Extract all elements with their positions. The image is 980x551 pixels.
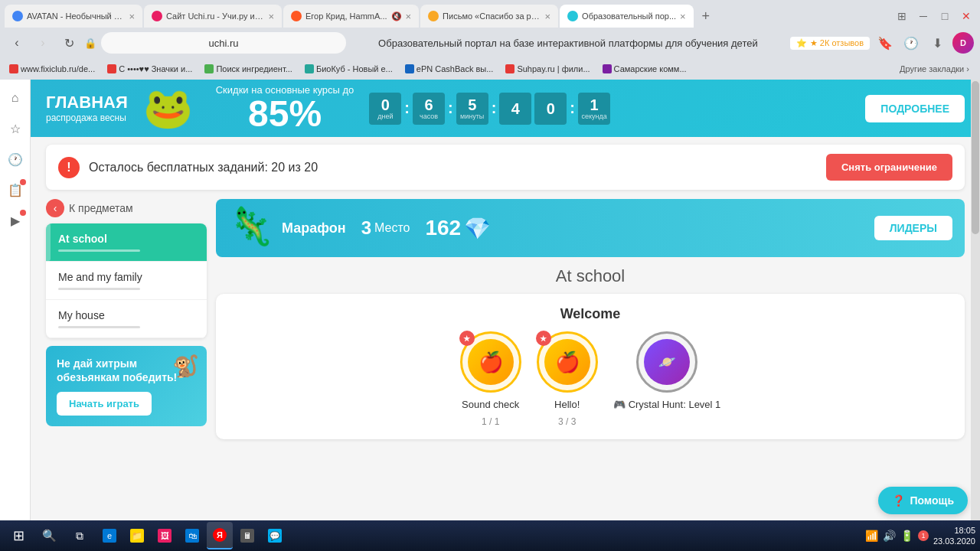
page-scrollbar[interactable] <box>971 80 980 520</box>
more-bookmarks-button[interactable]: Другие закладки › <box>895 63 974 75</box>
bookmark-epn[interactable]: ePN CashBack вы... <box>402 63 497 75</box>
remove-restriction-button[interactable]: Снять ограничение <box>826 154 952 181</box>
sidebar-history-icon[interactable]: 🕐 <box>3 147 28 171</box>
bookmark-button[interactable]: 🔖 <box>874 32 896 54</box>
taskbar-app-calc[interactable]: 🖩 <box>234 522 260 549</box>
sidebar-home-icon[interactable]: ⌂ <box>3 86 28 110</box>
bookmark-biokub[interactable]: БиоКуб - Новый е... <box>302 63 396 75</box>
welcome-card: Welcome 🍎 ★ Sound check 1 / 1 <box>216 294 965 439</box>
biokub-label: БиоКуб - Новый е... <box>316 64 393 73</box>
taskbar-app-store[interactable]: 🛍 <box>179 522 205 549</box>
lesson-progress-sound-check: 1 / 1 <box>482 416 499 427</box>
taskbar-app-skype[interactable]: 💬 <box>262 522 288 549</box>
page-title: Образовательный портал на базе интеракти… <box>351 37 786 49</box>
maximize-button[interactable]: □ <box>936 7 954 25</box>
reviews-badge[interactable]: ⭐ ★ 2К отзывов <box>790 37 870 50</box>
forward-navigation-button[interactable]: › <box>32 32 54 54</box>
tab-3[interactable]: Егор Крид, HammA... 🔇 × <box>283 5 419 28</box>
main-content-area: ! Осталось бесплатных заданий: 20 из 20 … <box>31 137 980 447</box>
taskbar-app-photos[interactable]: 🖼 <box>152 522 178 549</box>
taskbar-app-explorer[interactable]: 📁 <box>124 522 150 549</box>
taskbar-search-button[interactable]: 🔍 <box>35 522 63 549</box>
tray-wifi-icon[interactable]: 📶 <box>865 530 878 542</box>
tab-close-3[interactable]: × <box>406 11 412 22</box>
download-button[interactable]: ⬇ <box>926 32 948 54</box>
new-tab-button[interactable]: + <box>695 5 717 27</box>
lesson-item-crystal-hunt[interactable]: 🪐 🎮 Crystal Hunt: Level 1 <box>613 331 721 427</box>
tab-close-2[interactable]: × <box>268 11 274 22</box>
tab-label-5: Образовательный пор... <box>582 11 676 21</box>
leaders-button[interactable]: ЛИДЕРЫ <box>874 216 952 240</box>
tab-5[interactable]: Образовательный пор... × <box>560 5 694 28</box>
photos-icon: 🖼 <box>158 529 172 543</box>
left-panel: ‹ К предметам At school Me and my family <box>46 199 207 439</box>
alert-icon: ! <box>58 157 80 178</box>
bookmark-search[interactable]: Поиск ингредиент... <box>201 63 296 75</box>
scrollbar-thumb[interactable] <box>972 81 979 234</box>
help-button[interactable]: ❓ Помощь <box>878 487 968 514</box>
lesson-item-sound-check[interactable]: 🍎 ★ Sound check 1 / 1 <box>460 331 521 427</box>
mute-icon[interactable]: 🔇 <box>391 11 402 21</box>
tab-close-1[interactable]: × <box>129 11 135 22</box>
tray-battery-icon[interactable]: 🔋 <box>900 530 913 542</box>
tab-bar: AVATAN - Необычный Фо... × Сайт Uchi.ru … <box>0 0 980 28</box>
url-input[interactable] <box>101 32 346 54</box>
taskbar-taskview-button[interactable]: ⧉ <box>66 522 93 549</box>
taskbar-app-ie[interactable]: e <box>96 522 122 549</box>
media-notification-dot <box>20 210 26 216</box>
tray-notification-count[interactable]: 1 <box>918 530 929 541</box>
bookmark-c[interactable]: C ••••♥♥ Значки и... <box>104 63 195 75</box>
alert-bar: ! Осталось бесплатных заданий: 20 из 20 … <box>46 145 965 190</box>
ie-icon: e <box>103 529 116 543</box>
marathon-score-value: 162 <box>425 216 461 240</box>
tab-label-1: AVATAN - Необычный Фо... <box>27 11 125 21</box>
start-game-button[interactable]: Начать играть <box>57 392 152 416</box>
bookmark-suhpay[interactable]: Suhpay.ru | фили... <box>502 63 593 75</box>
sidebar-favorites-icon[interactable]: ☆ <box>3 116 28 141</box>
user-profile-button[interactable]: D <box>952 32 974 54</box>
lesson-name-sound-check: Sound check <box>462 399 519 410</box>
browser-chrome: AVATAN - Необычный Фо... × Сайт Uchi.ru … <box>0 0 980 551</box>
diamond-icon: 💎 <box>464 216 491 241</box>
windows-taskbar: ⊞ 🔍 ⧉ e 📁 🖼 🛍 Я <box>0 520 980 551</box>
bookmark-fixiclub[interactable]: www.fixiclub.ru/de... <box>6 63 98 75</box>
page-content: ГЛАВНАЯ распродажа весны 🐸 Скидки на осн… <box>31 80 980 520</box>
windows-start-button[interactable]: ⊞ <box>5 522 32 549</box>
bookmark-samarskie[interactable]: Самарские комм... <box>599 63 690 75</box>
tab-2[interactable]: Сайт Uchi.ru - Учи.ру инте... × <box>144 5 282 28</box>
tab-favicon-2 <box>152 11 162 21</box>
menu-item-my-house[interactable]: My house <box>46 300 207 338</box>
tab-4[interactable]: Письмо «Спасибо за рег... × <box>420 5 558 28</box>
lesson-circle-sound-check: 🍎 ★ <box>460 331 521 393</box>
menu-item-text-family: Me and my family <box>58 271 194 283</box>
close-window-button[interactable]: ✕ <box>957 7 975 25</box>
menu-item-text-house: My house <box>58 309 194 321</box>
lesson-icon-sound-check: 🍎 <box>468 339 514 385</box>
lesson-item-hello[interactable]: 🍎 ★ Hello! 3 / 3 <box>537 331 598 427</box>
countdown-minutes: 5 минуты <box>456 93 488 125</box>
taskbar-app-yandex[interactable]: Я <box>207 522 233 549</box>
tab-close-5[interactable]: × <box>680 11 686 22</box>
menu-item-decoration <box>46 223 51 261</box>
menu-item-me-family[interactable]: Me and my family <box>46 262 207 300</box>
tab-label-4: Письмо «Спасибо за рег... <box>443 11 541 21</box>
banner-subtitle: распродажа весны <box>46 112 128 123</box>
history-button[interactable]: 🕐 <box>900 32 922 54</box>
reload-button[interactable]: ↻ <box>58 32 80 54</box>
tab-list-button[interactable]: ⊞ <box>893 7 911 25</box>
countdown-hours-label: часов <box>420 112 438 120</box>
tray-sound-icon[interactable]: 🔊 <box>883 530 896 542</box>
banner-details-button[interactable]: ПОДРОБНЕЕ <box>865 95 965 122</box>
tab-close-4[interactable]: × <box>545 11 551 22</box>
sidebar-media-icon[interactable]: ▶ <box>3 208 28 233</box>
back-navigation-button[interactable]: ‹ <box>6 32 28 54</box>
sidebar-notifications-icon[interactable]: 📋 <box>3 178 28 202</box>
tab-actions: ⊞ ─ □ ✕ <box>893 7 975 25</box>
countdown-sep4: : <box>570 99 575 117</box>
back-to-subjects-button[interactable]: ‹ К предметам <box>46 199 207 217</box>
tray-clock[interactable]: 18:05 23.03.2020 <box>933 525 975 547</box>
menu-item-at-school[interactable]: At school <box>46 223 207 262</box>
tab-1[interactable]: AVATAN - Необычный Фо... × <box>5 5 142 28</box>
minimize-button[interactable]: ─ <box>914 7 933 25</box>
menu-item-progress-house <box>58 326 140 328</box>
